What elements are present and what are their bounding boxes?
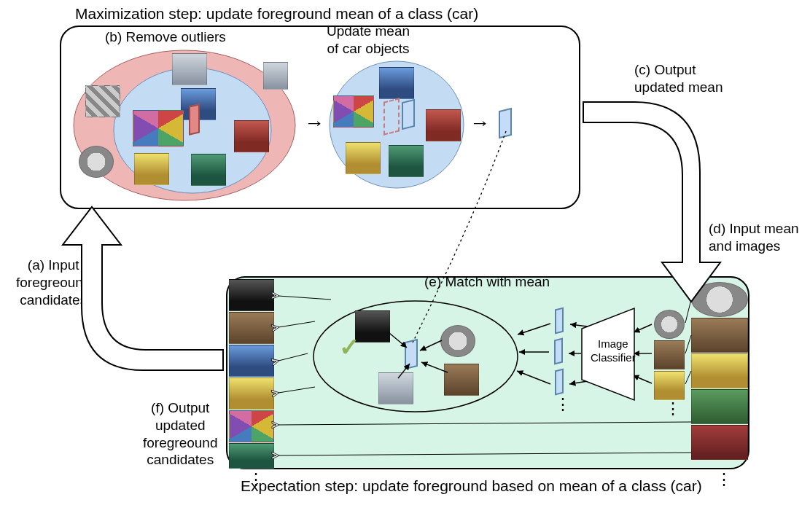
thumb-inlier-car-green bbox=[191, 154, 226, 186]
maximization-panel: (b) Remove outliers Update mean of car o… bbox=[60, 26, 580, 209]
label-a-input-candidates: (a) Input foregreound candidates bbox=[16, 257, 90, 308]
arrow-icon: → bbox=[304, 112, 324, 135]
thumb-outlier-crosswalk bbox=[85, 85, 120, 117]
thumb-outlier-noise bbox=[263, 62, 288, 90]
feature-mean-old bbox=[189, 103, 200, 136]
leftward-hollow-arrows bbox=[227, 278, 751, 471]
thumb-inlier-car-yellow bbox=[134, 153, 169, 185]
feature-mean-new-interior bbox=[402, 99, 415, 130]
thumb-updated-car-green bbox=[389, 145, 424, 177]
thumb-updated-car-yellow bbox=[346, 142, 381, 174]
title-expectation: Expectation step: update foreground base… bbox=[241, 477, 702, 496]
expectation-panel: (e) Match with mean ✓ ⋮ bbox=[226, 276, 749, 469]
title-maximization: Maximization step: update foreground mea… bbox=[75, 4, 478, 23]
label-f-output-candidates: (f) Output updated foregreound candidate… bbox=[143, 399, 217, 469]
arrow-icon: → bbox=[470, 112, 490, 135]
thumb-inlier-car-red bbox=[234, 120, 269, 152]
label-c-output-mean: (c) Output updated mean bbox=[634, 61, 723, 96]
thumb-outlier-wheel bbox=[79, 146, 114, 178]
feature-mean-old-ghost bbox=[383, 98, 400, 135]
label-b-remove-outliers: (b) Remove outliers bbox=[105, 28, 226, 46]
thumb-inlier-car-colorful bbox=[133, 110, 184, 146]
label-update-mean: Update mean of car objects bbox=[327, 23, 410, 58]
thumb-updated-car-red bbox=[426, 109, 461, 141]
thumb-updated-car-blue bbox=[379, 67, 414, 99]
feature-mean-output bbox=[499, 108, 512, 138]
svg-text:⋮: ⋮ bbox=[716, 470, 732, 488]
label-d-input-mean-images: (d) Input mean and images bbox=[709, 220, 799, 255]
thumb-outlier-sky bbox=[172, 53, 207, 85]
thumb-updated-car-colorful bbox=[333, 95, 374, 128]
